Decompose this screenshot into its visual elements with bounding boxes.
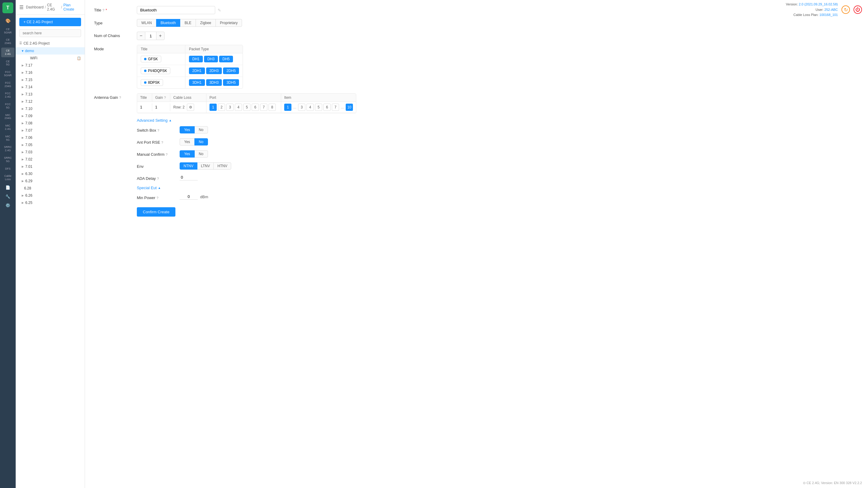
type-tab-bluetooth[interactable]: Bluetooth <box>156 19 181 27</box>
item-page-5[interactable]: 5 <box>315 104 322 111</box>
project-label[interactable]: ⠿ CE 2.4G Project <box>16 39 85 47</box>
item-page-4[interactable]: 4 <box>307 104 314 111</box>
modulation-btn-pi4dqpsk[interactable]: PI/4DQPSK <box>141 67 170 74</box>
env-btn-htnv[interactable]: HTNV <box>213 162 231 170</box>
app-logo[interactable]: T <box>2 2 13 13</box>
tree-item-713[interactable]: ▶7.13 <box>16 91 85 98</box>
ada-delay-help-icon[interactable]: ? <box>157 177 159 181</box>
nav-ce-5g[interactable]: CE5G <box>1 59 14 68</box>
nav-palette[interactable]: 🎨 <box>1 17 14 25</box>
nav-fcc-234g[interactable]: FCC234G <box>1 80 14 90</box>
min-power-help-icon[interactable]: ? <box>156 196 158 200</box>
modulation-btn-gfsk[interactable]: GFSK <box>141 56 161 62</box>
item-page-7[interactable]: 7 <box>332 104 339 111</box>
type-tab-wlan[interactable]: WLAN <box>137 19 156 27</box>
add-project-button[interactable]: + CE 2.4G Project <box>19 18 81 26</box>
pkt-btn-2dh1[interactable]: 2DH1 <box>189 67 205 74</box>
refresh-button[interactable]: ↻ <box>841 5 850 14</box>
nav-fcc-5g[interactable]: FCC5G <box>1 101 14 111</box>
switch-box-no-btn[interactable]: No <box>194 126 208 133</box>
manual-confirm-yes-btn[interactable]: Yes <box>180 150 195 158</box>
demo-item[interactable]: ▾ demo <box>16 47 85 55</box>
nav-fcc-24g[interactable]: FCC2.4G <box>1 90 14 100</box>
wifi-item[interactable]: WiFi 📋 <box>16 55 85 62</box>
tree-item-714[interactable]: ▶7.14 <box>16 84 85 91</box>
tree-item-708[interactable]: ▶7.08 <box>16 120 85 127</box>
breadcrumb-ce24g[interactable]: CE 2.4G <box>47 3 60 11</box>
search-input[interactable] <box>19 29 81 37</box>
min-power-input[interactable] <box>180 194 198 200</box>
item-page-3[interactable]: 3 <box>298 104 305 111</box>
env-btn-ntnv[interactable]: NTNV <box>180 162 197 170</box>
pkt-btn-3dh5[interactable]: 3DH5 <box>223 79 239 86</box>
switch-box-help-icon[interactable]: ? <box>157 129 159 132</box>
breadcrumb-dashboard[interactable]: Dashboard <box>26 5 44 9</box>
port-page-6[interactable]: 6 <box>252 104 259 111</box>
pkt-btn-2dh5[interactable]: 2DH5 <box>223 67 239 74</box>
antenna-help-icon[interactable]: ? <box>119 96 121 99</box>
edit-icon[interactable]: ✎ <box>218 8 221 13</box>
gain-help-icon[interactable]: ? <box>164 96 166 99</box>
nav-mic-5g[interactable]: MIC5G <box>1 133 14 143</box>
tree-item-628[interactable]: 6.28 <box>16 185 85 192</box>
nav-tools[interactable]: 🔧 <box>1 193 14 201</box>
port-page-7[interactable]: 7 <box>260 104 267 111</box>
manual-confirm-help-icon[interactable]: ? <box>166 153 167 156</box>
nav-cable-loss[interactable]: CableLoss <box>1 173 14 183</box>
tree-item-626[interactable]: ▶6.26 <box>16 192 85 199</box>
tree-item-630[interactable]: ▶6.30 <box>16 170 85 177</box>
port-page-2[interactable]: 2 <box>218 104 225 111</box>
type-tab-zigbee[interactable]: Zigbee <box>195 19 216 27</box>
tree-item-625[interactable]: ▶6.25 <box>16 199 85 206</box>
tree-item-703[interactable]: ▶7.03 <box>16 149 85 156</box>
title-help-icon[interactable]: ? <box>102 8 104 12</box>
tree-item-702[interactable]: ▶7.02 <box>16 156 85 163</box>
nav-srrc-24g[interactable]: SRRC2.4G <box>1 144 14 154</box>
num-chains-decrease[interactable]: − <box>137 32 145 40</box>
pkt-btn-dh3[interactable]: DH3 <box>204 56 218 62</box>
tree-item-707[interactable]: ▶7.07 <box>16 127 85 134</box>
manual-confirm-no-btn[interactable]: No <box>194 150 208 158</box>
ada-delay-input[interactable] <box>180 174 198 181</box>
tree-item-709[interactable]: ▶7.09 <box>16 112 85 120</box>
ant-port-rse-help-icon[interactable]: ? <box>161 141 163 144</box>
port-page-8[interactable]: 8 <box>269 104 276 111</box>
tree-item-705[interactable]: ▶7.05 <box>16 141 85 149</box>
port-page-5[interactable]: 5 <box>243 104 250 111</box>
type-tab-ble[interactable]: BLE <box>180 19 196 27</box>
tree-item-706[interactable]: ▶7.06 <box>16 134 85 141</box>
pkt-btn-3dh3[interactable]: 3DH3 <box>206 79 222 86</box>
port-page-4[interactable]: 4 <box>235 104 242 111</box>
nav-ce-234g[interactable]: CE234G <box>1 37 14 46</box>
item-page-1[interactable]: 1 <box>284 104 291 111</box>
tree-item-712[interactable]: ▶7.12 <box>16 98 85 105</box>
switch-box-yes-btn[interactable]: Yes <box>180 126 195 133</box>
nav-fcc-5gnr[interactable]: FCC5GNR <box>1 69 14 78</box>
ant-port-rse-yes-btn[interactable]: Yes <box>180 138 195 145</box>
port-page-1[interactable]: 1 <box>210 104 217 111</box>
confirm-create-button[interactable]: Confirm Create <box>137 207 176 217</box>
special-eut-toggle[interactable]: Special Eut ▲ <box>137 186 859 190</box>
title-input[interactable] <box>137 6 215 14</box>
nav-ce-5gnr[interactable]: CE5GNR <box>1 26 14 36</box>
item-page-10[interactable]: 10 <box>346 104 353 111</box>
item-page-6[interactable]: 6 <box>323 104 331 111</box>
tree-item-701[interactable]: ▶7.01 <box>16 163 85 170</box>
pkt-btn-dh1[interactable]: DH1 <box>189 56 203 62</box>
tree-item-717[interactable]: ▶7.17 <box>16 62 85 69</box>
type-tab-proprietary[interactable]: Proprietary <box>216 19 242 27</box>
tree-item-715[interactable]: ▶7.15 <box>16 76 85 84</box>
num-chains-increase[interactable]: + <box>156 32 164 40</box>
nav-ce-24g[interactable]: CE2.4G <box>1 47 14 57</box>
settings-gear-button[interactable]: ⚙ <box>187 104 194 111</box>
nav-mic-24g[interactable]: MIC2.4G <box>1 123 14 132</box>
nav-mic-234g[interactable]: MIC234G <box>1 112 14 122</box>
tree-item-710[interactable]: ▶7.10 <box>16 105 85 112</box>
env-btn-ltnv[interactable]: LTNV <box>197 162 214 170</box>
advanced-setting-toggle[interactable]: Advanced Setting ▲ <box>137 118 859 123</box>
pkt-btn-dh5[interactable]: DH5 <box>219 56 233 62</box>
nav-settings[interactable]: ⚙️ <box>1 201 14 209</box>
modulation-btn-8dpsk[interactable]: 8DPSK <box>141 79 163 86</box>
tree-item-716[interactable]: ▶7.16 <box>16 69 85 76</box>
nav-srrc-5g[interactable]: SRRC5G <box>1 155 14 164</box>
